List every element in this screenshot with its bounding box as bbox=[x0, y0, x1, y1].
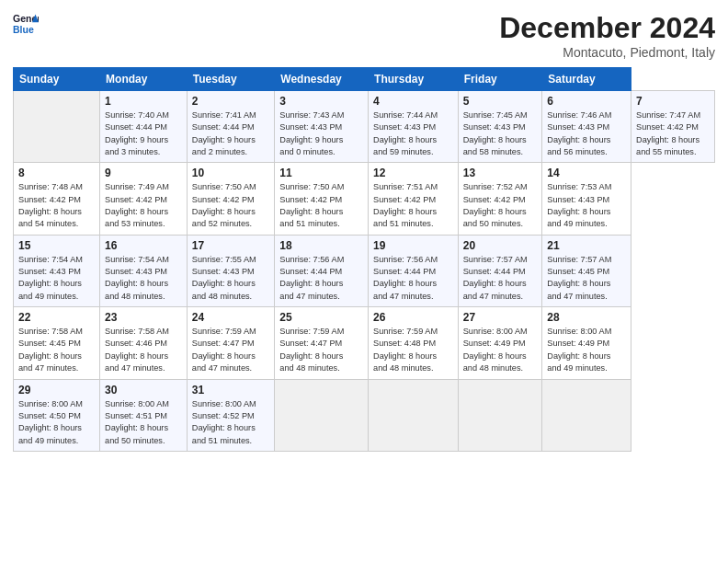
calendar-cell: 21Sunrise: 7:57 AM Sunset: 4:45 PM Dayli… bbox=[542, 235, 631, 306]
day-info: Sunrise: 7:43 AM Sunset: 4:43 PM Dayligh… bbox=[279, 109, 363, 158]
calendar-cell: 29Sunrise: 8:00 AM Sunset: 4:50 PM Dayli… bbox=[14, 379, 100, 451]
day-info: Sunrise: 7:58 AM Sunset: 4:46 PM Dayligh… bbox=[105, 326, 182, 374]
calendar-cell: 25Sunrise: 7:59 AM Sunset: 4:47 PM Dayli… bbox=[275, 307, 369, 379]
day-info: Sunrise: 7:52 AM Sunset: 4:42 PM Dayligh… bbox=[463, 181, 538, 230]
day-info: Sunrise: 7:59 AM Sunset: 4:47 PM Dayligh… bbox=[279, 326, 363, 374]
col-thursday: Thursday bbox=[369, 68, 459, 91]
day-number: 19 bbox=[373, 239, 453, 252]
calendar-cell bbox=[275, 379, 369, 451]
day-number: 22 bbox=[18, 311, 95, 324]
day-info: Sunrise: 7:55 AM Sunset: 4:43 PM Dayligh… bbox=[192, 254, 270, 303]
calendar-cell: 28Sunrise: 8:00 AM Sunset: 4:49 PM Dayli… bbox=[542, 307, 631, 379]
calendar-cell bbox=[458, 379, 542, 451]
calendar-cell: 11Sunrise: 7:50 AM Sunset: 4:42 PM Dayli… bbox=[275, 163, 369, 235]
day-number: 5 bbox=[463, 95, 538, 108]
calendar-cell: 30Sunrise: 8:00 AM Sunset: 4:51 PM Dayli… bbox=[100, 379, 188, 451]
day-info: Sunrise: 7:48 AM Sunset: 4:42 PM Dayligh… bbox=[18, 181, 95, 230]
calendar-cell: 22Sunrise: 7:58 AM Sunset: 4:45 PM Dayli… bbox=[14, 307, 100, 379]
title-block: December 2024 Montacuto, Piedmont, Italy bbox=[499, 11, 715, 60]
day-number: 20 bbox=[463, 239, 538, 252]
day-number: 12 bbox=[373, 167, 453, 179]
day-info: Sunrise: 7:51 AM Sunset: 4:42 PM Dayligh… bbox=[373, 181, 453, 230]
day-number: 8 bbox=[18, 167, 95, 179]
day-info: Sunrise: 7:56 AM Sunset: 4:44 PM Dayligh… bbox=[279, 254, 363, 303]
calendar-cell: 13Sunrise: 7:52 AM Sunset: 4:42 PM Dayli… bbox=[458, 163, 542, 235]
day-info: Sunrise: 8:00 AM Sunset: 4:52 PM Dayligh… bbox=[192, 398, 270, 447]
calendar-cell: 8Sunrise: 7:48 AM Sunset: 4:42 PM Daylig… bbox=[14, 163, 100, 235]
calendar-cell bbox=[14, 91, 100, 163]
calendar-cell bbox=[542, 379, 631, 451]
calendar-cell: 26Sunrise: 7:59 AM Sunset: 4:48 PM Dayli… bbox=[369, 307, 459, 379]
day-info: Sunrise: 7:54 AM Sunset: 4:43 PM Dayligh… bbox=[18, 254, 95, 303]
calendar-cell: 18Sunrise: 7:56 AM Sunset: 4:44 PM Dayli… bbox=[275, 235, 369, 306]
calendar-cell: 12Sunrise: 7:51 AM Sunset: 4:42 PM Dayli… bbox=[369, 163, 459, 235]
day-info: Sunrise: 7:57 AM Sunset: 4:45 PM Dayligh… bbox=[547, 254, 626, 303]
header-row: General Blue December 2024 Montacuto, Pi… bbox=[13, 11, 715, 60]
day-number: 24 bbox=[192, 311, 270, 324]
svg-text:Blue: Blue bbox=[13, 24, 34, 35]
calendar-week-0: 1Sunrise: 7:40 AM Sunset: 4:44 PM Daylig… bbox=[14, 91, 715, 163]
day-info: Sunrise: 7:49 AM Sunset: 4:42 PM Dayligh… bbox=[105, 181, 182, 230]
day-info: Sunrise: 7:45 AM Sunset: 4:43 PM Dayligh… bbox=[463, 109, 538, 158]
logo: General Blue bbox=[13, 11, 39, 37]
calendar-week-1: 8Sunrise: 7:48 AM Sunset: 4:42 PM Daylig… bbox=[14, 163, 715, 235]
day-number: 14 bbox=[547, 167, 626, 179]
day-number: 17 bbox=[192, 239, 270, 252]
day-info: Sunrise: 7:50 AM Sunset: 4:42 PM Dayligh… bbox=[192, 181, 270, 230]
col-friday: Friday bbox=[458, 68, 542, 91]
calendar-cell: 23Sunrise: 7:58 AM Sunset: 4:46 PM Dayli… bbox=[100, 307, 188, 379]
day-info: Sunrise: 7:53 AM Sunset: 4:43 PM Dayligh… bbox=[547, 181, 626, 230]
day-info: Sunrise: 7:41 AM Sunset: 4:44 PM Dayligh… bbox=[192, 109, 270, 158]
calendar-cell: 4Sunrise: 7:44 AM Sunset: 4:43 PM Daylig… bbox=[369, 91, 459, 163]
calendar-cell: 27Sunrise: 8:00 AM Sunset: 4:49 PM Dayli… bbox=[458, 307, 542, 379]
calendar-cell: 17Sunrise: 7:55 AM Sunset: 4:43 PM Dayli… bbox=[187, 235, 275, 306]
day-number: 25 bbox=[279, 311, 363, 324]
day-number: 9 bbox=[105, 167, 182, 179]
page-container: General Blue December 2024 Montacuto, Pi… bbox=[0, 0, 728, 459]
calendar-week-4: 29Sunrise: 8:00 AM Sunset: 4:50 PM Dayli… bbox=[14, 379, 715, 451]
day-info: Sunrise: 7:59 AM Sunset: 4:47 PM Dayligh… bbox=[192, 326, 270, 374]
header-row: Sunday Monday Tuesday Wednesday Thursday… bbox=[14, 68, 715, 91]
calendar-cell: 7Sunrise: 7:47 AM Sunset: 4:42 PM Daylig… bbox=[631, 91, 715, 163]
location-subtitle: Montacuto, Piedmont, Italy bbox=[499, 45, 715, 60]
day-number: 30 bbox=[105, 384, 182, 396]
day-info: Sunrise: 7:47 AM Sunset: 4:42 PM Dayligh… bbox=[636, 109, 710, 158]
day-info: Sunrise: 8:00 AM Sunset: 4:50 PM Dayligh… bbox=[18, 398, 95, 447]
day-number: 10 bbox=[192, 167, 270, 179]
day-number: 21 bbox=[547, 239, 626, 252]
calendar-cell bbox=[369, 379, 459, 451]
col-monday: Monday bbox=[100, 68, 188, 91]
day-number: 23 bbox=[105, 311, 182, 324]
day-number: 1 bbox=[105, 95, 182, 108]
calendar-cell: 24Sunrise: 7:59 AM Sunset: 4:47 PM Dayli… bbox=[187, 307, 275, 379]
day-info: Sunrise: 7:56 AM Sunset: 4:44 PM Dayligh… bbox=[373, 254, 453, 303]
day-number: 15 bbox=[18, 239, 95, 252]
col-wednesday: Wednesday bbox=[275, 68, 369, 91]
day-info: Sunrise: 8:00 AM Sunset: 4:49 PM Dayligh… bbox=[463, 326, 538, 374]
day-number: 4 bbox=[373, 95, 453, 108]
calendar-cell: 14Sunrise: 7:53 AM Sunset: 4:43 PM Dayli… bbox=[542, 163, 631, 235]
day-info: Sunrise: 7:54 AM Sunset: 4:43 PM Dayligh… bbox=[105, 254, 182, 303]
calendar-cell: 5Sunrise: 7:45 AM Sunset: 4:43 PM Daylig… bbox=[458, 91, 542, 163]
day-number: 13 bbox=[463, 167, 538, 179]
logo-icon: General Blue bbox=[13, 11, 39, 37]
col-tuesday: Tuesday bbox=[187, 68, 275, 91]
calendar-cell: 2Sunrise: 7:41 AM Sunset: 4:44 PM Daylig… bbox=[187, 91, 275, 163]
calendar-cell: 10Sunrise: 7:50 AM Sunset: 4:42 PM Dayli… bbox=[187, 163, 275, 235]
day-info: Sunrise: 7:44 AM Sunset: 4:43 PM Dayligh… bbox=[373, 109, 453, 158]
day-info: Sunrise: 8:00 AM Sunset: 4:51 PM Dayligh… bbox=[105, 398, 182, 447]
calendar-cell: 31Sunrise: 8:00 AM Sunset: 4:52 PM Dayli… bbox=[187, 379, 275, 451]
day-number: 26 bbox=[373, 311, 453, 324]
day-number: 28 bbox=[547, 311, 626, 324]
day-number: 11 bbox=[279, 167, 363, 179]
day-number: 3 bbox=[279, 95, 363, 108]
day-info: Sunrise: 7:59 AM Sunset: 4:48 PM Dayligh… bbox=[373, 326, 453, 374]
calendar-cell: 1Sunrise: 7:40 AM Sunset: 4:44 PM Daylig… bbox=[100, 91, 188, 163]
calendar-cell: 3Sunrise: 7:43 AM Sunset: 4:43 PM Daylig… bbox=[275, 91, 369, 163]
col-sunday: Sunday bbox=[14, 68, 100, 91]
month-title: December 2024 bbox=[499, 11, 715, 45]
col-saturday: Saturday bbox=[542, 68, 631, 91]
day-info: Sunrise: 7:57 AM Sunset: 4:44 PM Dayligh… bbox=[463, 254, 538, 303]
calendar-table: Sunday Monday Tuesday Wednesday Thursday… bbox=[13, 67, 715, 452]
calendar-cell: 6Sunrise: 7:46 AM Sunset: 4:43 PM Daylig… bbox=[542, 91, 631, 163]
